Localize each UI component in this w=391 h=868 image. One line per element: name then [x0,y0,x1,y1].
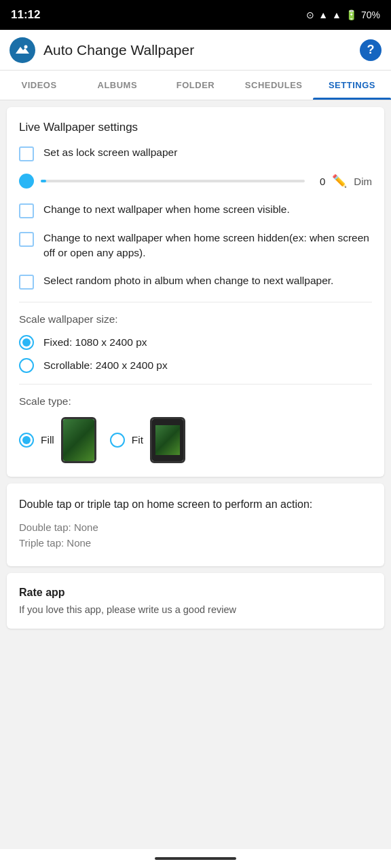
select-random-label: Select random photo in album when change… [43,273,333,288]
app-logo-icon [10,37,35,63]
recording-icon: ⊙ [306,9,314,20]
live-settings-card: Live Wallpaper settings Set as lock scre… [7,107,384,477]
rate-app-title: Rate app [19,587,372,599]
battery-label: 70% [361,9,380,20]
divider-1 [19,302,372,302]
bottom-bar [0,849,391,868]
slider-value: 0 [312,176,325,187]
fill-label: Fill [41,434,54,446]
divider-2 [19,384,372,384]
live-settings-title: Live Wallpaper settings [19,121,372,134]
scale-fixed-row: Fixed: 1080 x 2400 px [19,335,372,350]
lock-screen-label: Set as lock screen wallpaper [43,145,177,160]
change-hidden-row: Change to next wallpaper when home scree… [19,231,372,261]
tab-albums[interactable]: ALBUMS [78,71,156,100]
rate-app-card[interactable]: Rate app If you love this app, please wr… [7,573,384,629]
select-random-row: Select random photo in album when change… [19,273,372,290]
wifi-icon: ▲ [318,9,328,20]
change-hidden-label: Change to next wallpaper when home scree… [43,231,372,261]
tab-folder[interactable]: FOLDER [156,71,234,100]
scale-wallpaper-title: Scale wallpaper size: [19,313,372,326]
fill-phone-thumb [61,417,96,463]
tap-actions-title: Double tap or triple tap on home screen … [19,497,372,512]
scale-fixed-radio[interactable] [19,335,34,350]
change-hidden-checkbox[interactable] [19,232,34,247]
tab-bar: VIDEOS ALBUMS FOLDER SCHEDULES SETTINGS [0,71,391,100]
lock-screen-row: Set as lock screen wallpaper [19,145,372,161]
scale-scrollable-radio[interactable] [19,358,34,373]
tab-videos[interactable]: VIDEOS [0,71,78,100]
fill-thumb-bg [63,419,94,461]
fill-radio[interactable] [19,433,34,448]
help-button[interactable]: ? [360,39,381,61]
status-time: 11:12 [11,8,40,22]
change-visible-row: Change to next wallpaper when home scree… [19,202,372,218]
fit-thumb-bg [152,419,183,461]
tap-actions-card: Double tap or triple tap on home screen … [7,484,384,566]
home-indicator [155,857,236,860]
slider-track[interactable] [41,180,305,182]
fit-option: Fit [110,417,185,463]
lock-screen-checkbox[interactable] [19,146,34,161]
scale-fixed-radio-inner [22,338,31,347]
fit-phone-thumb [150,417,185,463]
fit-thumb-inner [155,425,181,454]
scale-scrollable-label: Scrollable: 2400 x 2400 px [43,359,168,372]
svg-point-0 [24,45,28,48]
slider-fill [41,180,46,182]
slider-thumb[interactable] [19,174,34,189]
rate-app-description: If you love this app, please write us a … [19,604,372,615]
select-random-checkbox[interactable] [19,275,34,290]
tab-schedules[interactable]: SCHEDULES [235,71,313,100]
app-title: Auto Change Wallpaper [43,42,360,58]
double-tap-value: Double tap: None [19,521,372,533]
app-bar: Auto Change Wallpaper ? [0,30,391,71]
signal-icon: ▲ [332,9,341,20]
tab-settings[interactable]: SETTINGS [313,71,391,100]
fill-radio-inner [22,436,31,444]
fit-label: Fit [132,434,143,446]
scale-type-row: Fill Fit [19,417,372,463]
status-icons: ⊙ ▲ ▲ 🔋 70% [306,9,380,20]
scale-type-title: Scale type: [19,395,372,408]
fit-radio[interactable] [110,433,125,448]
scale-scrollable-row: Scrollable: 2400 x 2400 px [19,358,372,373]
edit-icon[interactable]: ✏️ [332,174,347,189]
fill-option: Fill [19,417,96,463]
triple-tap-value: Triple tap: None [19,537,372,549]
change-visible-label: Change to next wallpaper when home scree… [43,202,290,217]
content-area: Live Wallpaper settings Set as lock scre… [0,100,391,642]
dim-label: Dim [354,176,372,187]
status-bar: 11:12 ⊙ ▲ ▲ 🔋 70% [0,0,391,30]
battery-icon: 🔋 [346,9,357,20]
change-visible-checkbox[interactable] [19,203,34,218]
dim-slider-row: 0 ✏️ Dim [19,174,372,189]
scale-fixed-label: Fixed: 1080 x 2400 px [43,336,147,349]
